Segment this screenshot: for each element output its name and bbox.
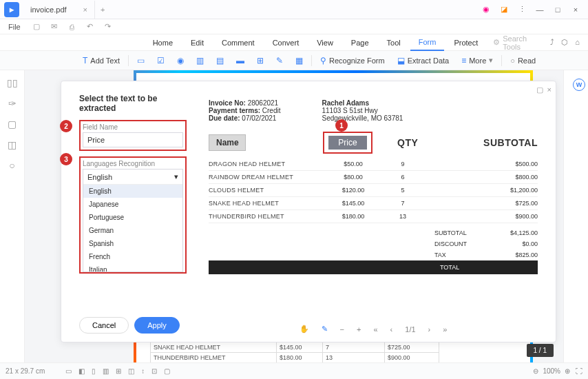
save-icon[interactable]: ▢ — [30, 22, 43, 31]
minimize-icon[interactable]: — — [533, 6, 547, 14]
edit-tool-icon[interactable]: ✎ — [319, 325, 330, 334]
file-menu[interactable]: File — [4, 23, 25, 31]
menu-tool[interactable]: Tool — [379, 34, 409, 51]
thumbnails-icon[interactable]: ▯▯ — [7, 77, 18, 88]
lang-option[interactable]: Portuguese — [83, 211, 182, 224]
table-row: CLOUDS HELMET$120.005$1,200.00 — [209, 184, 538, 197]
sb-icon[interactable]: ◫ — [128, 367, 134, 375]
menu-convert[interactable]: Convert — [264, 34, 308, 51]
kebab-menu-icon[interactable]: ⋮ — [515, 5, 529, 14]
invoice-totals: SUBTOTAL$4,125.00 DISCOUNT$0.00 TAX$825.… — [209, 227, 538, 274]
zoom-out-status-icon[interactable]: ⊖ — [533, 367, 538, 375]
print-icon[interactable]: ⎙ — [66, 23, 78, 31]
share-icon[interactable]: ⤴ — [550, 38, 554, 47]
mail-icon[interactable]: ✉ — [48, 22, 61, 31]
callout-2: 2 — [60, 120, 72, 132]
lang-option[interactable]: English — [83, 185, 182, 198]
name-field-box[interactable]: Name — [209, 134, 246, 151]
text-field-icon[interactable]: ▭ — [133, 56, 149, 65]
menu-page[interactable]: Page — [343, 34, 377, 51]
menu-edit[interactable]: Edit — [182, 34, 212, 51]
column-headers: Name 1 Price QTY SUBTOTAL — [209, 132, 538, 154]
layers-icon[interactable]: ◫ — [8, 139, 17, 150]
last-page-icon[interactable]: » — [440, 325, 450, 334]
sb-icon[interactable]: ↕ — [141, 367, 145, 375]
languages-selected[interactable]: English▾ — [83, 170, 182, 185]
word-export-icon[interactable]: W — [573, 79, 585, 91]
sb-icon[interactable]: ⊞ — [116, 367, 121, 375]
undo-icon[interactable]: ↶ — [84, 22, 96, 31]
home-icon[interactable]: ⌂ — [575, 38, 580, 47]
table-row: SNAKE HEAD HELMET$145.007$725.00 — [209, 197, 538, 210]
field-name-group: Field Name — [79, 120, 187, 151]
invoice-header: Invoice No: 28062021 Payment terms: Cred… — [209, 99, 538, 122]
read-button[interactable]: ○Read — [506, 57, 540, 65]
checkbox-icon[interactable]: ☑ — [153, 56, 169, 65]
dialog-preview-pane: Invoice No: 28062021 Payment terms: Cred… — [199, 81, 556, 342]
document-tab[interactable]: invoice.pdf × — [23, 1, 95, 19]
search-icon: ⚙ — [493, 38, 500, 47]
sb-icon[interactable]: ▯ — [92, 367, 96, 375]
extract-data-button[interactable]: ⬓Extract Data — [393, 56, 454, 65]
attachment-icon[interactable]: ▢ — [8, 119, 17, 130]
sb-icon[interactable]: ◧ — [78, 367, 85, 375]
date-icon[interactable]: ▦ — [291, 56, 307, 65]
lang-option[interactable]: German — [83, 224, 182, 237]
search-panel-icon[interactable]: ○ — [9, 160, 14, 171]
menu-view[interactable]: View — [308, 34, 342, 51]
recognize-form-button[interactable]: ⚲Recognize Form — [316, 56, 389, 65]
search-tools[interactable]: ⚙ Search Tools — [487, 34, 549, 51]
languages-dropdown[interactable]: English▾ English Japanese Portuguese Ger… — [83, 169, 183, 272]
note-icon[interactable]: ◪ — [497, 5, 511, 14]
lang-option[interactable]: Italian — [83, 263, 182, 272]
dropdown-icon[interactable]: ▥ — [192, 56, 208, 65]
sb-icon[interactable]: ▭ — [65, 367, 72, 375]
cancel-button[interactable]: Cancel — [79, 317, 129, 334]
dialog-footer-nav: ✋ ✎ − + « ‹ 1/1 › » — [209, 322, 538, 336]
zoom-in-icon[interactable]: + — [354, 325, 364, 334]
button-icon[interactable]: ▬ — [232, 56, 249, 65]
next-page-icon[interactable]: › — [426, 325, 434, 334]
radio-icon[interactable]: ◉ — [173, 56, 188, 65]
sb-icon[interactable]: ▢ — [164, 367, 170, 375]
fit-icon[interactable]: ⛶ — [576, 367, 582, 375]
qty-header: QTY — [397, 137, 418, 148]
first-page-icon[interactable]: « — [370, 325, 380, 334]
add-text-button[interactable]: TAdd Text — [78, 56, 124, 65]
listbox-icon[interactable]: ▤ — [212, 56, 228, 65]
price-field-group: 1 Price — [323, 132, 372, 154]
signature-icon[interactable]: ✎ — [272, 56, 287, 65]
menu-protect[interactable]: Protect — [445, 34, 486, 51]
subtotal-header: SUBTOTAL — [483, 137, 538, 148]
menu-home[interactable]: Home — [145, 34, 181, 51]
field-name-input[interactable] — [83, 132, 183, 147]
lang-option[interactable]: Japanese — [83, 198, 182, 211]
zoom-level[interactable]: 100% — [543, 367, 560, 375]
apply-button[interactable]: Apply — [134, 317, 180, 334]
zoom-out-icon[interactable]: − — [337, 325, 347, 334]
sb-icon[interactable]: ▥ — [103, 367, 109, 375]
image-icon[interactable]: ⊞ — [253, 56, 268, 65]
app-logo-icon: ▸ — [4, 2, 19, 17]
table-row: DRAGON HEAD HELMET$50.009$500.00 — [209, 158, 538, 171]
menu-comment[interactable]: Comment — [213, 34, 263, 51]
maximize-icon[interactable]: □ — [551, 6, 565, 14]
cloud2-icon[interactable]: ⬡ — [561, 38, 568, 47]
more-button[interactable]: ≡More▾ — [457, 56, 497, 65]
status-bar: 21 x 29.7 cm ▭ ◧ ▯ ▥ ⊞ ◫ ↕ ⊡ ▢ ⊖ 100% ⊕ … — [0, 362, 588, 379]
price-field-box[interactable]: Price — [328, 136, 367, 150]
tab-add-button[interactable]: + — [95, 6, 110, 14]
bookmark-icon[interactable]: ✑ — [8, 98, 17, 109]
lang-option[interactable]: French — [83, 250, 182, 263]
tab-close-icon[interactable]: × — [83, 6, 87, 14]
hand-tool-icon[interactable]: ✋ — [297, 325, 312, 334]
lang-option[interactable]: Spanish — [83, 237, 182, 250]
menu-form[interactable]: Form — [410, 34, 445, 51]
redo-icon[interactable]: ↷ — [102, 22, 114, 31]
zoom-in-status-icon[interactable]: ⊕ — [565, 367, 570, 375]
close-window-icon[interactable]: × — [569, 6, 582, 14]
cloud-icon[interactable]: ◉ — [479, 5, 493, 14]
prev-page-icon[interactable]: ‹ — [388, 325, 396, 334]
sb-icon[interactable]: ⊡ — [151, 367, 157, 375]
tab-title: invoice.pdf — [30, 6, 67, 14]
